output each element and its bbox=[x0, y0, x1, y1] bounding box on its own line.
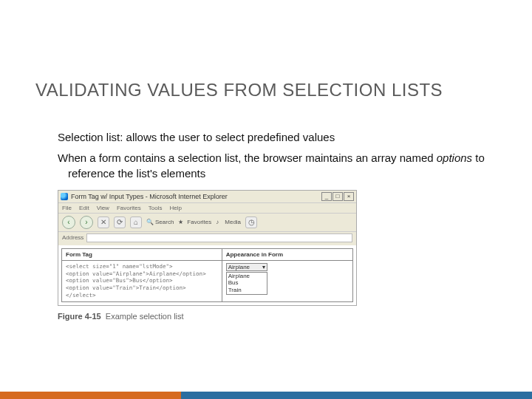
slide-body: Selection list: allows the user to selec… bbox=[58, 130, 488, 321]
menu-edit[interactable]: Edit bbox=[79, 205, 89, 211]
figure-text: Example selection list bbox=[106, 312, 184, 321]
slide-title: VALIDATING VALUES FROM SELECTION LISTS bbox=[35, 80, 532, 100]
maximize-button[interactable]: □ bbox=[332, 192, 343, 201]
paragraph-1: Selection list: allows the user to selec… bbox=[58, 130, 488, 145]
address-input[interactable] bbox=[86, 233, 352, 242]
refresh-button[interactable]: ⟳ bbox=[114, 216, 126, 228]
chevron-down-icon: ▾ bbox=[262, 264, 265, 270]
paragraph-2: When a form contains a selection list, t… bbox=[58, 151, 488, 181]
list-item[interactable]: Airplane bbox=[227, 273, 267, 280]
select-listbox[interactable]: Airplane Bus Train bbox=[226, 272, 267, 295]
favorites-button[interactable]: ★Favorites bbox=[178, 219, 211, 226]
menu-file[interactable]: File bbox=[62, 205, 72, 211]
form-tag-table: Form Tag Appearance in Form <select size… bbox=[61, 248, 353, 302]
ie-icon bbox=[61, 193, 68, 200]
address-label: Address bbox=[62, 234, 83, 241]
select-dropdown[interactable]: Airplane ▾ bbox=[226, 263, 267, 271]
menu-favorites[interactable]: Favorites bbox=[117, 205, 141, 211]
list-item[interactable]: Bus bbox=[227, 279, 267, 287]
list-item[interactable]: Train bbox=[227, 287, 267, 294]
accent-bar bbox=[0, 392, 532, 399]
menu-help[interactable]: Help bbox=[169, 205, 181, 211]
table-header-appearance: Appearance in Form bbox=[222, 248, 352, 260]
media-button[interactable]: ♪Media bbox=[216, 219, 241, 226]
address-bar: Address bbox=[58, 232, 356, 245]
search-button[interactable]: 🔍Search bbox=[146, 219, 174, 226]
appearance-cell: Airplane ▾ Airplane Bus Train bbox=[222, 260, 352, 301]
browser-menubar: File Edit View Favorites Tools Help bbox=[58, 203, 356, 213]
paragraph-2-em: options bbox=[437, 151, 472, 164]
figure-caption: Figure 4-15 Example selection list bbox=[58, 312, 488, 321]
figure-label: Figure 4-15 bbox=[58, 312, 101, 321]
history-button[interactable]: ◷ bbox=[245, 216, 257, 228]
stop-button[interactable]: ✕ bbox=[98, 216, 109, 228]
browser-titlebar: Form Tag w/ Input Types - Microsoft Inte… bbox=[58, 191, 356, 203]
back-button[interactable]: ‹ bbox=[62, 216, 75, 229]
browser-toolbar: ‹ › ✕ ⟳ ⌂ 🔍Search ★Favorites ♪Media ◷ bbox=[58, 213, 356, 232]
embedded-browser-window: Form Tag w/ Input Types - Microsoft Inte… bbox=[58, 190, 357, 306]
code-cell: <select size="1" name="lstMode"> <option… bbox=[62, 260, 222, 301]
menu-tools[interactable]: Tools bbox=[149, 205, 163, 211]
forward-button[interactable]: › bbox=[80, 216, 93, 229]
close-button[interactable]: × bbox=[344, 192, 354, 201]
browser-viewport: Form Tag Appearance in Form <select size… bbox=[58, 245, 356, 305]
browser-title: Form Tag w/ Input Types - Microsoft Inte… bbox=[71, 193, 228, 200]
home-button[interactable]: ⌂ bbox=[130, 216, 142, 228]
paragraph-2a: When a form contains a selection list, t… bbox=[58, 151, 437, 164]
menu-view[interactable]: View bbox=[97, 205, 109, 211]
minimize-button[interactable]: _ bbox=[321, 192, 332, 201]
table-header-formtag: Form Tag bbox=[62, 248, 222, 260]
